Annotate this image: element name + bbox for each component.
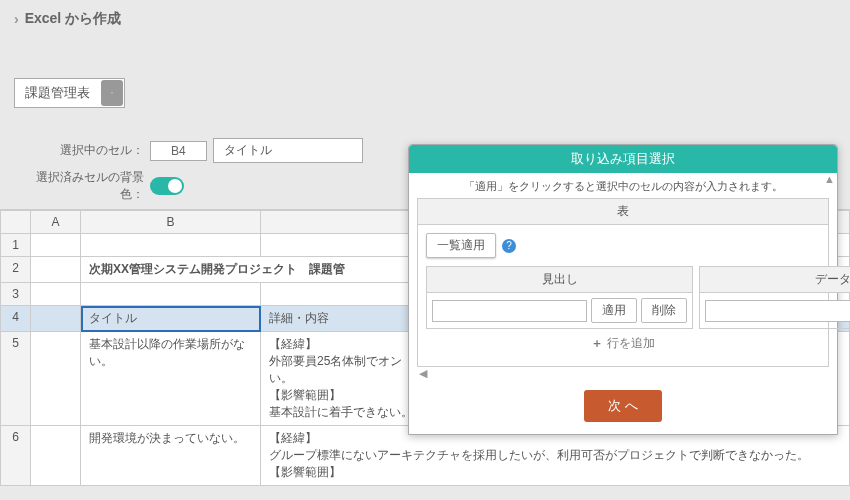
panel-hint: 「適用」をクリックすると選択中のセルの内容が入力されます。 (417, 179, 829, 194)
list-apply-button[interactable]: 一覧適用 (426, 233, 496, 258)
table-type-select[interactable]: 課題管理表 (14, 78, 125, 108)
selected-cell-ref: B4 (150, 141, 207, 161)
cell[interactable]: 開発環境が決まっていない。 (81, 426, 261, 486)
heading-delete-button[interactable]: 削除 (641, 298, 687, 323)
selected-cell-value: タイトル (213, 138, 363, 163)
col-header-a[interactable]: A (31, 211, 81, 234)
cell[interactable] (31, 332, 81, 426)
cell[interactable] (81, 283, 261, 306)
cell[interactable] (31, 283, 81, 306)
row-header[interactable]: 5 (1, 332, 31, 426)
cell[interactable] (31, 426, 81, 486)
heading-apply-button[interactable]: 適用 (591, 298, 637, 323)
corner-header (1, 211, 31, 234)
scroll-left-icon[interactable]: ◀ (417, 367, 829, 380)
row-header[interactable]: 4 (1, 306, 31, 332)
row-header[interactable]: 1 (1, 234, 31, 257)
table-type-value: 課題管理表 (15, 79, 100, 107)
data-col-label: データ (700, 267, 850, 293)
page-title: Excel から作成 (25, 10, 121, 28)
col-header-b[interactable]: B (81, 211, 261, 234)
cell[interactable]: タイトル (81, 306, 261, 332)
row-header[interactable]: 6 (1, 426, 31, 486)
scroll-up-icon[interactable]: ▲ (824, 173, 835, 185)
chevron-right-icon: › (14, 11, 19, 27)
help-icon[interactable]: ? (502, 239, 516, 253)
cell[interactable]: 基本設計以降の作業場所がない。 (81, 332, 261, 426)
bg-color-toggle[interactable] (150, 177, 184, 195)
heading-input[interactable] (432, 300, 587, 322)
bg-color-label: 選択済みセルの背景色： (14, 169, 144, 203)
row-header[interactable]: 2 (1, 257, 31, 283)
cell[interactable] (31, 234, 81, 257)
selected-cell-label: 選択中のセル： (14, 142, 144, 159)
cell[interactable] (31, 306, 81, 332)
next-button[interactable]: 次 へ (584, 390, 662, 422)
cell[interactable] (31, 257, 81, 283)
table-section-label: 表 (418, 199, 828, 225)
heading-col-label: 見出し (427, 267, 692, 293)
plus-icon: ＋ (591, 336, 603, 350)
cell[interactable] (81, 234, 261, 257)
row-header[interactable]: 3 (1, 283, 31, 306)
page-header: › Excel から作成 (0, 0, 850, 38)
panel-title: 取り込み項目選択 (409, 145, 837, 173)
chevron-down-icon (101, 80, 123, 106)
data-input[interactable] (705, 300, 850, 322)
import-fields-panel: 取り込み項目選択 ▲ 「適用」をクリックすると選択中のセルの内容が入力されます。… (408, 144, 838, 435)
add-row-button[interactable]: ＋行を追加 (426, 329, 820, 358)
